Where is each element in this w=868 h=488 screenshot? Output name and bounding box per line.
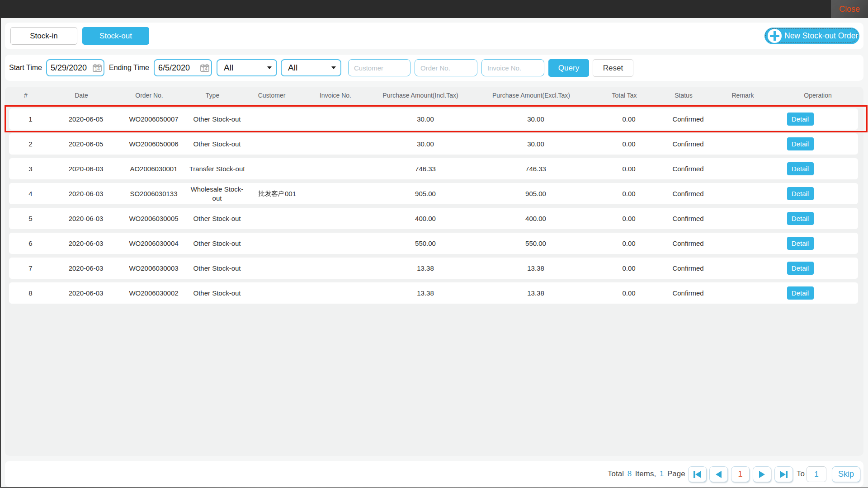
svg-text:14: 14 [202, 66, 208, 71]
svg-text:14: 14 [94, 66, 100, 71]
